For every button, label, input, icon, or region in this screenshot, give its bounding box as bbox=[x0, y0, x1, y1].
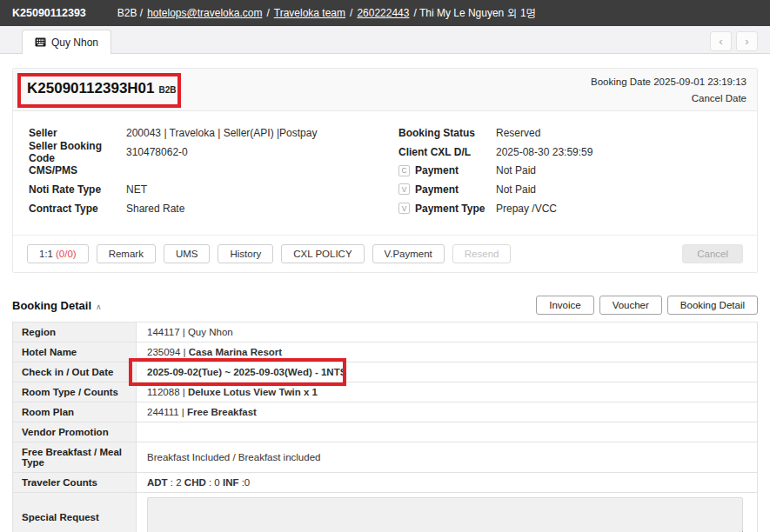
info-right-column: Booking Status Reserved Client CXL D/L 2… bbox=[398, 123, 741, 217]
booking-info: Seller 200043 | Traveloka | Seller(API) … bbox=[13, 111, 757, 235]
separator: / bbox=[350, 7, 352, 19]
field-v-payment-type: VPayment Type Prepay /VCC bbox=[398, 199, 741, 218]
c-checkbox-icon: C bbox=[398, 165, 410, 176]
field-label: CPayment bbox=[398, 164, 496, 176]
channel-label: B2B / bbox=[117, 7, 143, 19]
row-value: Breakfast Included / Breakfast included bbox=[137, 442, 758, 473]
field-cms-pms: CMS/PMS bbox=[29, 161, 398, 180]
next-page-button[interactable]: › bbox=[736, 31, 758, 51]
table-row-vendor-promotion: Vendor Promotion bbox=[13, 422, 758, 442]
tab-quy-nhon[interactable]: Quy Nhon bbox=[22, 30, 111, 54]
field-value: 2025-08-30 23:59:59 bbox=[496, 146, 593, 158]
table-row-special-request: Special Request bbox=[13, 493, 758, 532]
row-label: Free Breakfast / Meal Type bbox=[13, 442, 137, 473]
table-row-room-type: Room Type / Counts 112088 | Deluxe Lotus… bbox=[13, 382, 758, 402]
booking-detail-button[interactable]: Booking Detail bbox=[667, 296, 758, 315]
field-value: 200043 | Traveloka | Seller(API) |Postpa… bbox=[126, 127, 317, 139]
ums-button[interactable]: UMS bbox=[164, 244, 211, 263]
row-value: ADT : 2 CHD : 0 INF :0 bbox=[137, 473, 758, 493]
field-label: Seller Booking Code bbox=[29, 140, 126, 164]
separator: / bbox=[266, 7, 269, 19]
cancel-button: Cancel bbox=[682, 244, 743, 263]
invoice-button[interactable]: Invoice bbox=[536, 296, 593, 315]
section-title[interactable]: Booking Detail bbox=[12, 299, 91, 312]
table-row-room-plan: Room Plan 244111 | Free Breakfast bbox=[13, 402, 758, 422]
field-label: Client CXL D/L bbox=[398, 146, 496, 158]
table-row-hotel-name: Hotel Name 235094 | Casa Marina Resort bbox=[13, 342, 758, 362]
field-seller-booking-code: Seller Booking Code 310478062-0 bbox=[29, 143, 398, 162]
field-booking-status: Booking Status Reserved bbox=[398, 123, 741, 143]
row-label: Vendor Promotion bbox=[13, 422, 137, 442]
row-value: 244111 | Free Breakfast bbox=[137, 402, 758, 422]
field-v-payment: VPayment Not Paid bbox=[398, 180, 741, 199]
chevron-right-icon: › bbox=[745, 35, 748, 48]
guest-name-label: / Thi My Le Nguyen 외 1명 bbox=[413, 6, 536, 21]
row-label: Room Plan bbox=[13, 402, 137, 422]
tab-label: Quy Nhon bbox=[51, 37, 98, 49]
field-value: Shared Rate bbox=[126, 203, 184, 215]
resend-button: Resend bbox=[452, 244, 512, 263]
special-request-textarea[interactable] bbox=[147, 497, 743, 532]
row-label: Hotel Name bbox=[13, 342, 137, 362]
field-label: VPayment bbox=[398, 183, 496, 196]
booking-code-title: K25090112393H01 bbox=[27, 80, 155, 96]
booking-detail-table: Region 144117 | Quy Nhon Hotel Name 2350… bbox=[12, 322, 758, 532]
collapse-caret-icon[interactable]: ∧ bbox=[96, 303, 102, 311]
booking-dates: Booking Date 2025-09-01 23:19:13 Cancel … bbox=[591, 74, 747, 107]
table-row-traveler-counts: Traveler Counts ADT : 2 CHD : 0 INF :0 bbox=[13, 473, 758, 493]
booking-date: Booking Date 2025-09-01 23:19:13 bbox=[591, 74, 747, 90]
field-label: Seller bbox=[29, 127, 126, 139]
row-label: Room Type / Counts bbox=[13, 382, 137, 402]
chevron-left-icon: ‹ bbox=[719, 35, 722, 48]
breadcrumb: B2B / hotelops@traveloka.com / Traveloka… bbox=[117, 6, 537, 21]
row-label: Special Request bbox=[13, 493, 137, 532]
field-client-cxl-dl: Client CXL D/L 2025-08-30 23:59:59 bbox=[398, 143, 741, 162]
row-label: Region bbox=[13, 323, 137, 342]
booking-detail-header: Booking Detail∧ Invoice Voucher Booking … bbox=[12, 296, 758, 315]
field-label: VPayment Type bbox=[398, 203, 496, 215]
main-content: K25090112393H01B2B Booking Date 2025-09-… bbox=[0, 68, 770, 532]
row-label: Traveler Counts bbox=[13, 473, 137, 493]
tab-bar: Quy Nhon bbox=[0, 26, 770, 54]
field-label: Contract Type bbox=[29, 203, 126, 215]
agent-code-link[interactable]: 260222443 bbox=[357, 7, 409, 19]
pager: ‹ › bbox=[710, 31, 758, 51]
remark-button[interactable]: Remark bbox=[97, 244, 156, 263]
hotelops-email-link[interactable]: hotelops@traveloka.com bbox=[147, 7, 262, 19]
field-value: Not Paid bbox=[496, 164, 536, 176]
booking-card-header: K25090112393H01B2B Booking Date 2025-09-… bbox=[13, 69, 757, 111]
cxl-policy-button[interactable]: CXL POLICY bbox=[281, 244, 364, 263]
row-value bbox=[137, 422, 758, 442]
traveloka-team-link[interactable]: Traveloka team bbox=[274, 7, 345, 19]
table-row-free-breakfast: Free Breakfast / Meal Type Breakfast Inc… bbox=[13, 442, 758, 473]
field-value: NET bbox=[126, 183, 147, 196]
field-value: Prepay /VCC bbox=[496, 203, 557, 215]
building-icon bbox=[35, 37, 46, 48]
cancel-date: Cancel Date bbox=[591, 90, 747, 107]
table-row-check-in-out: Check in / Out Date 2025-09-02(Tue) ~ 20… bbox=[13, 362, 758, 382]
v-checkbox-icon: V bbox=[398, 203, 410, 214]
field-value: 310478062-0 bbox=[126, 146, 188, 158]
voucher-button[interactable]: Voucher bbox=[599, 296, 662, 315]
field-value: Not Paid bbox=[496, 183, 536, 196]
prev-page-button[interactable]: ‹ bbox=[710, 31, 732, 51]
v-payment-button[interactable]: V.Payment bbox=[372, 244, 445, 263]
row-value bbox=[137, 493, 758, 532]
booking-card: K25090112393H01B2B Booking Date 2025-09-… bbox=[12, 68, 758, 273]
top-bar: K25090112393 B2B / hotelops@traveloka.co… bbox=[0, 0, 770, 26]
row-value: 144117 | Quy Nhon bbox=[137, 323, 758, 342]
history-button[interactable]: History bbox=[218, 244, 273, 263]
row-value: 112088 | Deluxe Lotus View Twin x 1 bbox=[137, 382, 758, 402]
b2b-badge: B2B bbox=[159, 85, 177, 95]
field-contract-type: Contract Type Shared Rate bbox=[29, 199, 398, 218]
field-noti-rate-type: Noti Rate Type NET bbox=[29, 180, 398, 199]
one-to-one-count: (0/0) bbox=[56, 249, 77, 259]
field-value: Reserved bbox=[496, 127, 540, 139]
info-left-column: Seller 200043 | Traveloka | Seller(API) … bbox=[29, 123, 398, 217]
row-label: Check in / Out Date bbox=[13, 362, 137, 382]
row-value: 235094 | Casa Marina Resort bbox=[137, 342, 758, 362]
one-to-one-button[interactable]: 1:1(0/0) bbox=[27, 244, 89, 263]
row-value: 2025-09-02(Tue) ~ 2025-09-03(Wed) - 1NTS bbox=[137, 362, 758, 382]
booking-id: K25090112393 bbox=[12, 7, 86, 19]
field-label: Booking Status bbox=[398, 127, 496, 139]
